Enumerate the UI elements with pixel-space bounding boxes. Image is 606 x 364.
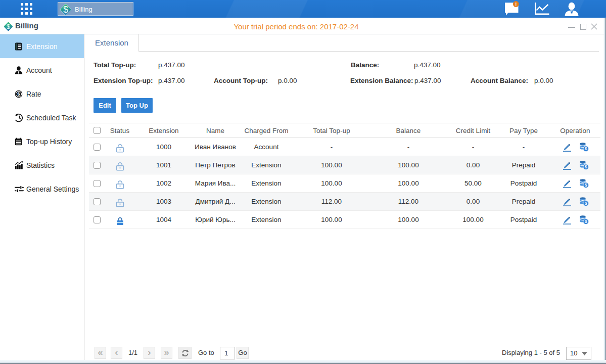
svg-text:!: ! [515,1,517,7]
svg-text:$: $ [17,91,20,97]
svg-text:$: $ [63,5,68,15]
